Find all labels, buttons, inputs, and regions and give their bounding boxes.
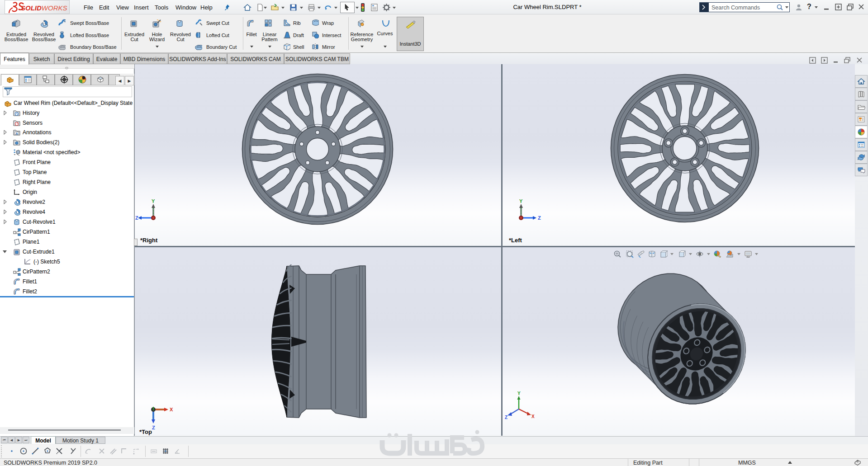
svg-text:A: A bbox=[16, 132, 18, 135]
